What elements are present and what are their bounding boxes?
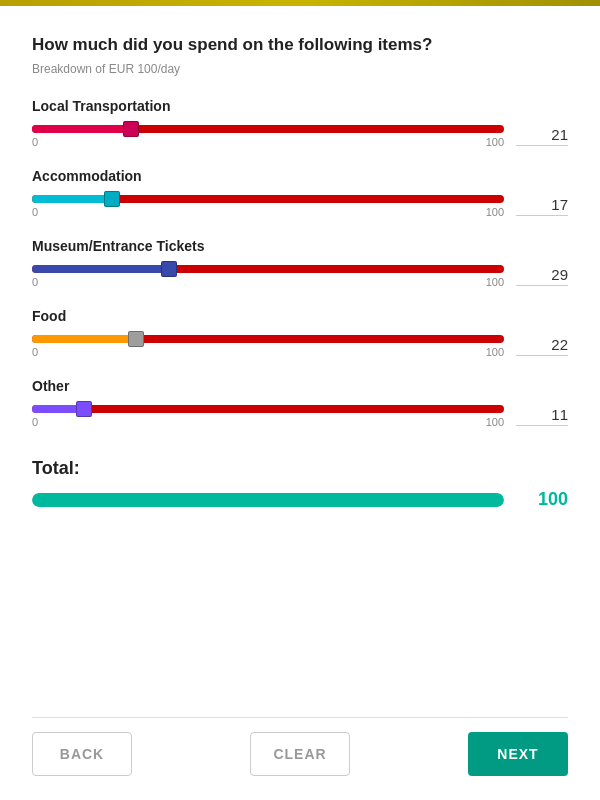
slider-row-food: 0 100 — [32, 332, 568, 360]
slider-row-accommodation: 0 100 — [32, 192, 568, 220]
slider-label-other: Other — [32, 378, 568, 394]
slider-track-container-museum[interactable]: 0 100 — [32, 262, 504, 290]
sliders-container: Local Transportation 0 100 Accommodation — [32, 98, 568, 448]
question-title: How much did you spend on the following … — [32, 34, 568, 56]
slider-range-labels-food: 0 100 — [32, 346, 504, 358]
total-bar-track — [32, 493, 504, 507]
slider-fill-local-transportation — [32, 125, 131, 133]
range-min-food: 0 — [32, 346, 38, 358]
range-min-local-transportation: 0 — [32, 136, 38, 148]
back-button[interactable]: BACK — [32, 732, 132, 776]
range-min-accommodation: 0 — [32, 206, 38, 218]
slider-track-container-other[interactable]: 0 100 — [32, 402, 504, 430]
range-max-accommodation: 100 — [486, 206, 504, 218]
slider-range-labels-museum: 0 100 — [32, 276, 504, 288]
slider-value-input-food[interactable] — [516, 336, 568, 356]
slider-track-container-accommodation[interactable]: 0 100 — [32, 192, 504, 220]
slider-track-accommodation — [32, 195, 504, 203]
total-value: 100 — [516, 489, 568, 510]
total-section: Total: 100 — [32, 458, 568, 510]
slider-value-input-other[interactable] — [516, 406, 568, 426]
slider-track-local-transportation — [32, 125, 504, 133]
total-label: Total: — [32, 458, 568, 479]
slider-range-labels-local-transportation: 0 100 — [32, 136, 504, 148]
next-button[interactable]: NEXT — [468, 732, 568, 776]
slider-label-museum: Museum/Entrance Tickets — [32, 238, 568, 254]
range-max-food: 100 — [486, 346, 504, 358]
slider-range-labels-accommodation: 0 100 — [32, 206, 504, 218]
slider-section-other: Other 0 100 — [32, 378, 568, 430]
phone-frame: How much did you spend on the following … — [0, 0, 600, 800]
slider-thumb-local-transportation[interactable] — [123, 121, 139, 137]
slider-fill-food — [32, 335, 136, 343]
slider-fill-accommodation — [32, 195, 112, 203]
slider-section-museum: Museum/Entrance Tickets 0 100 — [32, 238, 568, 290]
slider-label-accommodation: Accommodation — [32, 168, 568, 184]
slider-row-museum: 0 100 — [32, 262, 568, 290]
slider-label-food: Food — [32, 308, 568, 324]
slider-row-other: 0 100 — [32, 402, 568, 430]
range-max-other: 100 — [486, 416, 504, 428]
slider-section-food: Food 0 100 — [32, 308, 568, 360]
slider-range-labels-other: 0 100 — [32, 416, 504, 428]
slider-value-input-accommodation[interactable] — [516, 196, 568, 216]
footer: BACK CLEAR NEXT — [0, 718, 600, 800]
slider-thumb-other[interactable] — [76, 401, 92, 417]
slider-fill-museum — [32, 265, 169, 273]
slider-thumb-food[interactable] — [128, 331, 144, 347]
slider-value-input-local-transportation[interactable] — [516, 126, 568, 146]
range-max-museum: 100 — [486, 276, 504, 288]
slider-section-accommodation: Accommodation 0 100 — [32, 168, 568, 220]
slider-section-local-transportation: Local Transportation 0 100 — [32, 98, 568, 150]
content-area: How much did you spend on the following … — [0, 6, 600, 717]
total-bar-row: 100 — [32, 489, 568, 510]
range-min-museum: 0 — [32, 276, 38, 288]
range-min-other: 0 — [32, 416, 38, 428]
slider-thumb-museum[interactable] — [161, 261, 177, 277]
slider-track-museum — [32, 265, 504, 273]
question-subtitle: Breakdown of EUR 100/day — [32, 62, 568, 76]
clear-button[interactable]: CLEAR — [250, 732, 350, 776]
total-bar-fill — [32, 493, 504, 507]
range-max-local-transportation: 100 — [486, 136, 504, 148]
slider-row-local-transportation: 0 100 — [32, 122, 568, 150]
slider-value-input-museum[interactable] — [516, 266, 568, 286]
slider-thumb-accommodation[interactable] — [104, 191, 120, 207]
slider-track-other — [32, 405, 504, 413]
slider-track-food — [32, 335, 504, 343]
slider-label-local-transportation: Local Transportation — [32, 98, 568, 114]
slider-track-container-local-transportation[interactable]: 0 100 — [32, 122, 504, 150]
slider-track-container-food[interactable]: 0 100 — [32, 332, 504, 360]
